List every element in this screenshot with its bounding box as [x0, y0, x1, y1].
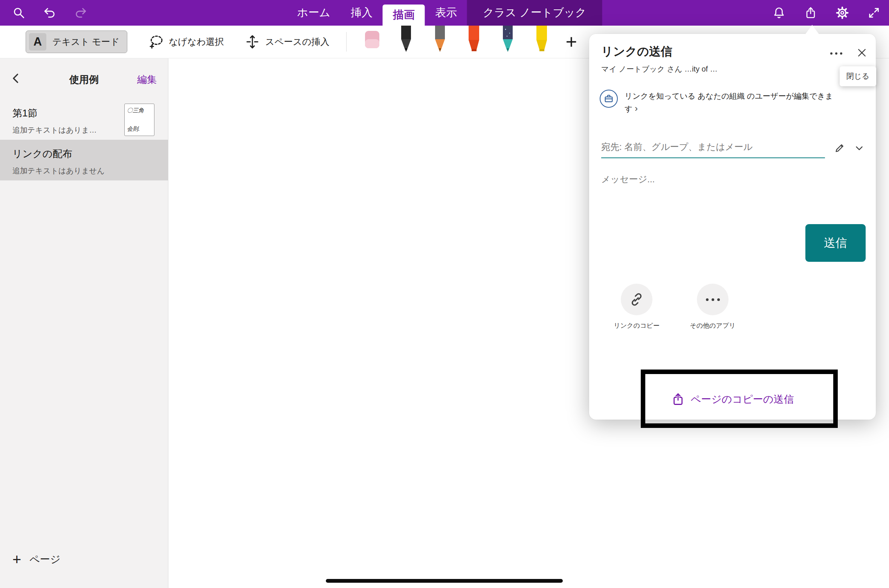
send-button[interactable]: 送信: [805, 224, 866, 262]
fullscreen-expand-icon[interactable]: [867, 6, 881, 20]
redo-icon[interactable]: [74, 6, 87, 20]
copy-link-label: リンクのコピー: [603, 321, 670, 330]
text-mode-label: テキスト モード: [52, 36, 119, 48]
plus-icon: +: [12, 552, 21, 567]
other-apps-label: その他のアプリ: [680, 321, 746, 330]
settings-gear-icon[interactable]: [836, 6, 849, 20]
topbar-right-group: [772, 0, 881, 26]
add-pen-button[interactable]: +: [566, 26, 577, 58]
other-apps-button[interactable]: その他のアプリ: [680, 284, 746, 330]
highlighter-red-icon: [464, 26, 484, 55]
insert-space-button[interactable]: スペースの挿入: [245, 34, 329, 49]
page-item-subtitle: 追加テキストはありま…: [12, 125, 119, 135]
recipient-row: [601, 139, 865, 158]
top-app-bar: ホーム 挿入 描画 表示 クラス ノートブック: [0, 0, 889, 26]
chevron-down-icon[interactable]: [854, 142, 865, 154]
pencil-edit-icon[interactable]: [834, 142, 845, 154]
thumbnail-scribble-1: 〇三角: [127, 107, 152, 114]
back-chevron-icon[interactable]: [10, 72, 25, 87]
pen-galaxy-tool[interactable]: [497, 26, 518, 55]
highlighter-yellow-icon: [532, 26, 551, 55]
pen-galaxy-icon: [498, 26, 518, 55]
highlighter-yellow-tool[interactable]: [531, 26, 552, 55]
undo-icon[interactable]: [43, 6, 57, 20]
tab-home[interactable]: ホーム: [287, 0, 341, 26]
panel-title: リンクの送信: [601, 44, 672, 60]
close-tooltip: 閉じる: [840, 66, 876, 86]
eraser-icon: [364, 31, 381, 50]
text-mode-a-icon: A: [29, 33, 46, 50]
message-row: [601, 174, 842, 185]
insert-space-icon: [245, 34, 260, 49]
topbar-left-group: [8, 0, 87, 26]
pen-black-icon: [396, 26, 416, 55]
more-options-icon[interactable]: [829, 46, 844, 61]
dot: [840, 52, 842, 55]
ellipsis-icon: [697, 284, 729, 315]
tab-insert[interactable]: 挿入: [341, 0, 383, 26]
link-icon: [621, 284, 652, 315]
pen-orange-icon: [430, 26, 450, 55]
share-up-icon: [671, 393, 685, 406]
dot: [712, 298, 714, 301]
pen-orange-tool[interactable]: [429, 26, 451, 55]
permission-text: リンクを知っている あなたの組織 のユーザーが編集できます›: [625, 90, 843, 115]
page-list: 第1節 追加テキストはありま… 〇三角 会則. リンクの配布 追加テキストはあり…: [0, 99, 168, 180]
edit-button[interactable]: 編集: [137, 73, 157, 86]
link-permission-row[interactable]: リンクを知っている あなたの組織 のユーザーが編集できます›: [600, 90, 863, 115]
thumbnail-scribble-2: 会則.: [127, 125, 152, 133]
recipient-row-icons: [834, 142, 865, 158]
page-item-link-distribution[interactable]: リンクの配布 追加テキストはありません: [0, 140, 168, 180]
tab-class-notebook[interactable]: クラス ノートブック: [467, 0, 602, 26]
notifications-bell-icon[interactable]: [772, 6, 786, 20]
send-page-copy-label: ページのコピーの送信: [691, 393, 794, 406]
message-input[interactable]: [601, 174, 842, 185]
add-page-button[interactable]: + ページ: [12, 552, 61, 567]
organization-briefcase-icon: [600, 90, 618, 108]
copy-link-button[interactable]: リンクのコピー: [603, 284, 670, 330]
page-item-title: リンクの配布: [12, 147, 119, 160]
page-item-section1[interactable]: 第1節 追加テキストはありま… 〇三角 会則.: [0, 99, 168, 140]
ribbon-tabs: ホーム 挿入 描画 表示 クラス ノートブック: [287, 0, 602, 26]
add-page-label: ページ: [29, 553, 60, 566]
home-indicator-bar[interactable]: [326, 579, 563, 583]
text-mode-button[interactable]: A テキスト モード: [26, 31, 127, 53]
pen-tray: [362, 26, 552, 58]
lasso-label: なげなわ選択: [169, 36, 224, 48]
lasso-select-button[interactable]: なげなわ選択: [148, 34, 224, 49]
ribbon-divider: [346, 32, 347, 52]
tab-view[interactable]: 表示: [425, 0, 467, 26]
chevron-right-icon: ›: [635, 103, 638, 113]
share-icon[interactable]: [804, 6, 817, 20]
search-icon[interactable]: [12, 6, 26, 20]
dot: [706, 298, 709, 301]
dot: [835, 52, 837, 55]
eraser-tool[interactable]: [362, 31, 383, 50]
share-panel-caret: [805, 25, 819, 35]
recipient-input[interactable]: [601, 139, 825, 158]
lasso-icon: [148, 34, 163, 49]
pen-black-tool[interactable]: [396, 26, 417, 55]
send-page-copy-button[interactable]: ページのコピーの送信: [589, 389, 876, 410]
page-thumbnail: 〇三角 会則.: [124, 104, 154, 136]
highlighter-red-tool[interactable]: [463, 26, 484, 55]
insert-space-label: スペースの挿入: [265, 36, 329, 48]
page-item-title: 第1節: [12, 107, 119, 120]
dot: [830, 52, 832, 55]
notebook-subtitle: マイ ノートブック さん …ity of …: [601, 64, 846, 74]
onenote-app: ホーム 挿入 描画 表示 クラス ノートブック A テキスト モード: [0, 0, 889, 588]
send-link-panel: リンクの送信 マイ ノートブック さん …ity of … リンクを知っている …: [589, 34, 876, 420]
dot: [717, 298, 720, 301]
sidebar-header: 使用例 編集: [0, 70, 168, 89]
tab-draw[interactable]: 描画: [383, 5, 425, 26]
close-icon[interactable]: [854, 45, 869, 60]
page-list-sidebar: 使用例 編集 第1節 追加テキストはありま… 〇三角 会則. リンクの配布 追加…: [0, 58, 168, 588]
page-item-subtitle: 追加テキストはありません: [12, 166, 119, 176]
